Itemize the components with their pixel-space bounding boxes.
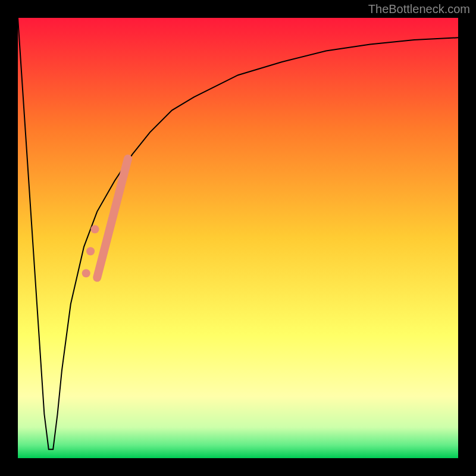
gradient-background xyxy=(18,18,458,458)
watermark-text: TheBottleneck.com xyxy=(368,2,470,16)
highlight-dot xyxy=(86,247,95,255)
highlight-dot xyxy=(91,225,99,233)
chart-svg xyxy=(18,18,458,458)
plot-area xyxy=(18,18,458,458)
chart-container: TheBottleneck.com xyxy=(0,0,476,476)
highlight-dot xyxy=(82,269,90,277)
